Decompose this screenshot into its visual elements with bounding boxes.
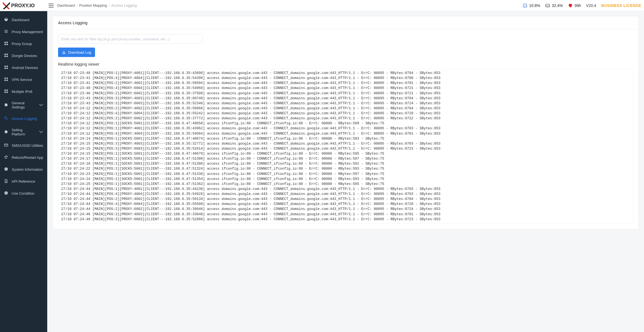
log-line: 27/10 07:23:41 [MAIN][POS:2][PROXY:4002]… <box>61 81 630 86</box>
svg-rect-22 <box>6 80 8 81</box>
sidebar-item-dongle-devices[interactable]: Dongle Devices <box>0 50 47 62</box>
svg-rect-24 <box>6 90 8 91</box>
log-line: 27/10 07:24:44 [MAIN][POS:1][PROXY:4001]… <box>61 187 630 192</box>
sidebar-item-reboot-restart-app[interactable]: Reboot/Restart App <box>0 152 47 163</box>
grid-icon <box>4 53 8 58</box>
grid-icon <box>4 89 8 94</box>
cpu-value: 10.8% <box>529 3 540 8</box>
log-line: 27/10 07:24:24 [MAIN][POS:1][SOCK5:5001]… <box>61 177 630 182</box>
log-line: 27/10 07:24:44 [MAIN][POS:2][PROXY:6002]… <box>61 207 630 212</box>
download-log-label: Download Log <box>68 50 91 54</box>
log-line: 27/10 07:24:12 [MAIN][POS:4][PROXY:6004]… <box>61 111 630 116</box>
realtime-logging-title: Realtime logging viewer <box>58 62 633 66</box>
sidebar-item-proxy-group[interactable]: Proxy Group <box>0 38 47 50</box>
log-filter-input[interactable] <box>58 34 203 44</box>
log-line: 27/10 07:24:18 [MAIN][POS:1][SOCK5:5001]… <box>61 161 630 166</box>
license-label: BUSINESS LICENSE <box>601 3 641 8</box>
grid-icon <box>4 41 8 46</box>
svg-text:CPU: CPU <box>523 5 527 7</box>
sidebar-item-general-settings[interactable]: General Settings <box>0 98 47 113</box>
sidebar-item-label: Dashboard <box>12 18 29 22</box>
sidebar-item-sms-ussd-utilities[interactable]: SMS/USSD Utilities <box>0 140 47 152</box>
log-line: 27/10 07:24:12 [MAIN][POS:1][PROXY:4001]… <box>61 126 630 131</box>
sidebar-item-api-reference[interactable]: API Reference <box>0 175 47 187</box>
sidebar-item-selling-platform[interactable]: Selling Platform <box>0 125 47 140</box>
sidebar-item-label: Multiple IPv6 <box>12 90 32 94</box>
grid-icon <box>4 77 8 82</box>
log-line: 27/10 07:24:15 [MAIN][POS:3][PROXY:4003]… <box>61 141 630 146</box>
svg-rect-15 <box>4 66 6 67</box>
sidebar-item-multiple-ipv6[interactable]: Multiple IPv6 <box>0 86 47 98</box>
log-viewer[interactable]: 27/10 07:23:40 [MAIN][POS:1][PROXY:4001]… <box>58 69 633 224</box>
svg-rect-7 <box>4 42 6 43</box>
log-line: 27/10 07:24:25 [MAIN][POS:1][SOCK5:5001]… <box>61 182 630 187</box>
log-line: 27/10 07:24:22 [MAIN][POS:1][SOCK5:5001]… <box>61 166 630 171</box>
log-line: 27/10 07:23:43 [MAIN][POS:3][PROXY:4003]… <box>61 96 630 101</box>
svg-rect-30 <box>6 169 6 170</box>
download-log-button[interactable]: Download Log <box>58 48 95 57</box>
log-line: 27/10 07:23:43 [MAIN][POS:3][PROXY:6003]… <box>61 101 630 106</box>
svg-rect-25 <box>4 91 6 93</box>
sidebar-item-android-devices[interactable]: Android Devices <box>0 62 47 74</box>
ram-value: 32.4% <box>552 3 563 8</box>
proxy-logo-icon: PROXY.IO <box>3 2 44 9</box>
cpu-icon: CPU <box>523 3 528 8</box>
svg-point-27 <box>5 117 7 119</box>
brand-logo[interactable]: PROXY.IO <box>0 0 47 11</box>
svg-rect-10 <box>6 44 8 45</box>
sidebar-item-vpn-service[interactable]: VPN Service <box>0 74 47 86</box>
menu-toggle-button[interactable] <box>47 2 55 9</box>
info-icon <box>4 191 8 196</box>
chevron-down-icon <box>39 130 43 135</box>
log-line: 27/10 07:24:12 [MAIN][POS:2][PROXY:6002]… <box>61 116 630 121</box>
sidebar-item-use-condition[interactable]: Use Condition <box>0 187 47 199</box>
svg-rect-17 <box>4 68 6 69</box>
sidebar-item-proxy-management[interactable]: Proxy Management <box>0 26 47 38</box>
svg-rect-26 <box>6 91 8 93</box>
log-line: 27/10 07:24:44 [MAIN][POS:4][PROXY:4004]… <box>61 192 630 197</box>
log-line: 27/10 07:24:46 [MAIN][POS:3][PROXY:6003]… <box>61 217 630 222</box>
sidebar-item-system-information[interactable]: System Information <box>0 163 47 175</box>
log-line: 27/10 07:23:41 [MAIN][POS:4][PROXY:4004]… <box>61 76 630 81</box>
chevron-down-icon <box>39 103 43 108</box>
log-line: 27/10 07:24:44 [MAIN][POS:2][PROXY:4002]… <box>61 197 630 202</box>
svg-rect-20 <box>6 78 8 79</box>
sidebar-item-label: Proxy Group <box>12 42 32 46</box>
log-line: 27/10 07:24:12 [MAIN][POS:2][PROXY:4002]… <box>61 106 630 111</box>
sidebar-item-label: API Reference <box>12 179 35 184</box>
log-line: 27/10 07:24:12 [MAIN][POS:4][PROXY:4004]… <box>61 131 630 136</box>
log-line: 27/10 07:24:15 [MAIN][POS:1][SOCK5:5001]… <box>61 151 630 156</box>
sidebar-item-dashboard[interactable]: Dashboard <box>0 14 47 26</box>
svg-rect-14 <box>6 56 8 57</box>
log-line: 27/10 07:24:46 [MAIN][POS:3][PROXY:4003]… <box>61 212 630 217</box>
breadcrumb-item[interactable]: Dashboard <box>57 3 75 8</box>
breadcrumb-current: Access Logging <box>111 3 137 8</box>
breadcrumb-item[interactable]: Position Mapping <box>79 3 107 8</box>
sidebar-item-access-logging[interactable]: Access Logging <box>0 113 47 125</box>
breadcrumb-separator: / <box>109 3 110 8</box>
heart-icon <box>568 3 573 8</box>
download-icon <box>62 50 66 54</box>
log-line: 27/10 07:23:40 [MAIN][POS:4][PROXY:6004]… <box>61 86 630 91</box>
svg-rect-21 <box>4 80 6 81</box>
svg-rect-18 <box>6 68 8 69</box>
health-indicator: 99h <box>568 3 581 8</box>
log-line: 27/10 07:23:40 [MAIN][POS:2][PROXY:6002]… <box>61 91 630 96</box>
sidebar-item-label: Android Devices <box>12 66 38 70</box>
main-content: Access Logging Download Log Realtime log… <box>47 11 644 332</box>
log-line: 27/10 07:24:44 [MAIN][POS:4][PROXY:6004]… <box>61 202 630 207</box>
svg-rect-8 <box>6 42 8 43</box>
svg-text:RAM: RAM <box>546 5 550 7</box>
search-icon <box>4 116 8 121</box>
svg-rect-33 <box>6 193 6 194</box>
svg-rect-31 <box>6 168 6 168</box>
svg-rect-19 <box>4 78 6 79</box>
breadcrumb: Dashboard / Position Mapping / Access Lo… <box>57 3 137 8</box>
svg-rect-12 <box>6 54 8 55</box>
sidebar-item-label: General Settings <box>12 101 36 109</box>
sidebar-item-label: SMS/USSD Utilities <box>12 143 43 148</box>
sidebar-item-label: Proxy Management <box>12 30 43 34</box>
sidebar-item-label: VPN Service <box>12 78 32 82</box>
refresh-icon <box>4 155 8 160</box>
log-line: 27/10 07:24:12 [MAIN][POS:1][SOCK5:5001]… <box>61 121 630 126</box>
